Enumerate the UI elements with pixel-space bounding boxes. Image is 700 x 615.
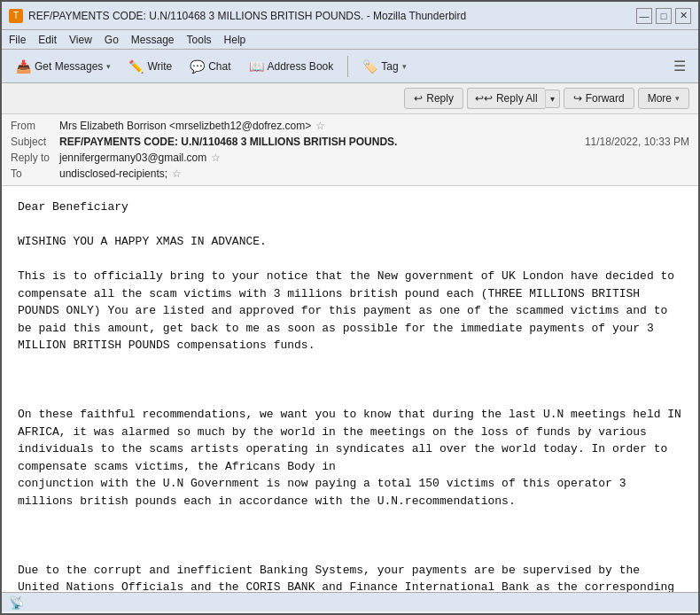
- get-messages-icon: 📥: [16, 59, 31, 74]
- tag-icon: 🏷️: [362, 59, 377, 74]
- maximize-button[interactable]: □: [656, 8, 672, 24]
- more-dropdown-arrow: ▾: [675, 94, 680, 103]
- reply-to-star-icon[interactable]: ☆: [211, 152, 221, 164]
- reply-to-label: Reply to: [11, 152, 59, 164]
- reply-all-button[interactable]: ↩↩ Reply All: [467, 88, 545, 109]
- menu-file[interactable]: File: [9, 34, 26, 46]
- date-value: 11/18/2022, 10:33 PM: [585, 136, 689, 148]
- menu-edit[interactable]: Edit: [38, 34, 57, 46]
- from-row: From Mrs Elizabeth Borrison <mrselizbeth…: [11, 118, 689, 134]
- reply-all-split: ↩↩ Reply All ▾: [467, 88, 560, 109]
- window-title: REF/PAYMENTS CODE: U.N/110468 3 MILLIONS…: [28, 10, 466, 22]
- forward-icon: ↪: [573, 92, 582, 105]
- menu-go[interactable]: Go: [105, 34, 119, 46]
- action-bar: ↩ Reply ↩↩ Reply All ▾ ↪ Forward More ▾: [2, 83, 698, 114]
- menu-message[interactable]: Message: [131, 34, 175, 46]
- reply-all-label: Reply All: [496, 92, 538, 105]
- write-button[interactable]: ✏️ Write: [121, 56, 179, 77]
- close-button[interactable]: ✕: [675, 8, 691, 24]
- get-messages-button[interactable]: 📥 Get Messages ▾: [9, 56, 118, 77]
- address-book-label: Address Book: [268, 60, 334, 73]
- more-label: More: [648, 92, 672, 105]
- reply-icon: ↩: [414, 92, 423, 105]
- to-label: To: [11, 167, 59, 180]
- from-star-icon[interactable]: ☆: [315, 120, 325, 132]
- forward-label: Forward: [586, 92, 625, 105]
- status-bar: 📡: [2, 592, 698, 611]
- menu-tools[interactable]: Tools: [187, 34, 212, 46]
- from-label: From: [11, 120, 59, 132]
- write-icon: ✏️: [128, 59, 144, 74]
- menu-help[interactable]: Help: [224, 34, 246, 46]
- status-icon: 📡: [9, 596, 24, 610]
- write-label: Write: [147, 60, 172, 73]
- more-button[interactable]: More ▾: [638, 88, 689, 109]
- tag-dropdown-arrow[interactable]: ▾: [402, 62, 407, 71]
- address-book-icon: 📖: [249, 59, 264, 74]
- menu-bar: File Edit View Go Message Tools Help: [2, 30, 698, 50]
- minimize-button[interactable]: —: [636, 8, 652, 24]
- forward-button[interactable]: ↪ Forward: [564, 88, 634, 109]
- window-controls: — □ ✕: [636, 8, 691, 24]
- from-value: Mrs Elizabeth Borrison <mrselizbeth12@do…: [59, 120, 311, 132]
- subject-row: Subject REF/PAYMENTS CODE: U.N/110468 3 …: [11, 134, 689, 150]
- get-messages-dropdown-arrow[interactable]: ▾: [106, 62, 111, 71]
- email-body-container[interactable]: Dear Beneficiary WISHING YOU A HAPPY XMA…: [2, 186, 698, 592]
- subject-label: Subject: [11, 136, 59, 148]
- to-star-icon[interactable]: ☆: [172, 167, 182, 180]
- address-book-button[interactable]: 📖 Address Book: [242, 56, 341, 77]
- reply-to-row: Reply to jennifergermany03@gmail.com ☆: [11, 150, 689, 166]
- tag-button[interactable]: 🏷️ Tag ▾: [355, 56, 413, 77]
- email-fields: From Mrs Elizabeth Borrison <mrselizbeth…: [2, 114, 698, 185]
- get-messages-label: Get Messages: [35, 60, 103, 73]
- hamburger-menu-button[interactable]: ☰: [668, 56, 691, 76]
- menu-view[interactable]: View: [69, 34, 92, 46]
- toolbar: 📥 Get Messages ▾ ✏️ Write 💬 Chat 📖 Addre…: [2, 50, 698, 83]
- title-bar: T REF/PAYMENTS CODE: U.N/110468 3 MILLIO…: [2, 2, 698, 30]
- title-bar-left: T REF/PAYMENTS CODE: U.N/110468 3 MILLIO…: [9, 9, 466, 23]
- action-bar-right: ↩ Reply ↩↩ Reply All ▾ ↪ Forward More ▾: [404, 88, 689, 109]
- reply-all-dropdown-button[interactable]: ▾: [545, 90, 560, 108]
- reply-label: Reply: [426, 92, 454, 105]
- to-row: To undisclosed-recipients; ☆: [11, 166, 689, 182]
- reply-to-value: jennifergermany03@gmail.com: [59, 152, 206, 164]
- chat-button[interactable]: 💬 Chat: [183, 56, 237, 77]
- email-header: ↩ Reply ↩↩ Reply All ▾ ↪ Forward More ▾: [2, 83, 698, 186]
- chat-label: Chat: [208, 60, 230, 73]
- chat-icon: 💬: [190, 59, 205, 74]
- app-icon: T: [9, 9, 23, 23]
- reply-button[interactable]: ↩ Reply: [404, 88, 463, 109]
- email-body: Dear Beneficiary WISHING YOU A HAPPY XMA…: [2, 186, 698, 592]
- subject-value: REF/PAYMENTS CODE: U.N/110468 3 MILLIONS…: [59, 136, 397, 148]
- tag-label: Tag: [381, 60, 398, 73]
- to-value: undisclosed-recipients;: [59, 167, 167, 180]
- reply-all-icon: ↩↩: [475, 92, 493, 105]
- toolbar-separator: [347, 56, 348, 77]
